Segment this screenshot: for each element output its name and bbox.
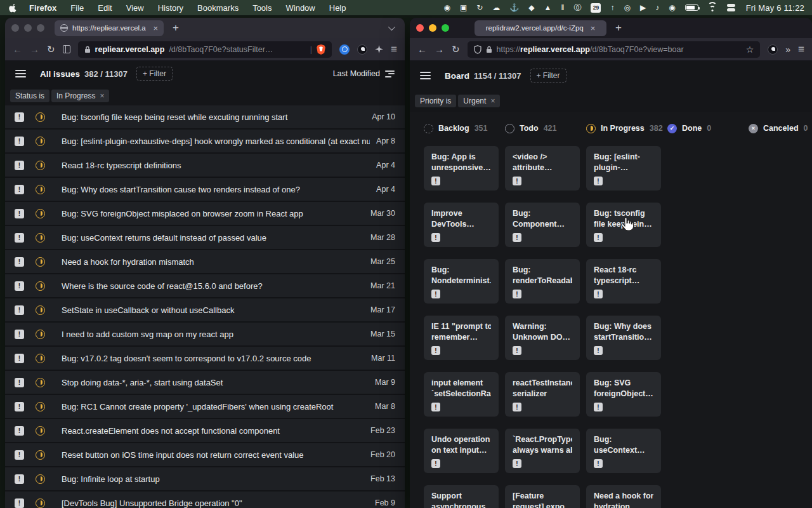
issue-row[interactable]: ! SetState in useCallback or without use…	[5, 298, 405, 323]
filter-value-chip[interactable]: Urgent ×	[458, 95, 500, 107]
minimize-window-button[interactable]	[429, 24, 436, 32]
sidebar-toggle-icon[interactable]	[15, 70, 26, 78]
issue-card[interactable]: ImproveDevTools… !	[424, 203, 499, 247]
issue-card[interactable]: Need a hook forhydration… !	[586, 485, 661, 508]
issue-card[interactable]: [Featurerequest] expo… !	[505, 485, 580, 508]
issue-card[interactable]: input element`setSelectionRa !	[424, 372, 499, 417]
sidebar-toggle-icon[interactable]	[420, 72, 431, 80]
wifi-icon[interactable]	[708, 4, 717, 11]
issue-row[interactable]: ! Bug: v17.0.2 tag doesn't seem to corre…	[5, 347, 405, 371]
issue-card[interactable]: Bug: [eslint-plugin-… !	[586, 146, 661, 190]
menu-file[interactable]: File	[63, 3, 91, 13]
tracking-shield-icon[interactable]	[474, 45, 481, 54]
issue-card[interactable]: reactTestInstancserializer !	[505, 372, 580, 417]
menu-clock[interactable]: Fri May 6 11:22	[746, 3, 804, 13]
battery-icon[interactable]	[685, 4, 698, 11]
issue-row[interactable]: ! React 18-rc typescript definitions Apr…	[5, 154, 405, 178]
issue-row[interactable]: ! Stop doing data-*, aria-*, start using…	[5, 371, 405, 395]
issue-card[interactable]: IE 11 "prompt toremember… !	[424, 316, 499, 360]
issue-card[interactable]: Bug:useContext… !	[586, 429, 661, 473]
browser-tab[interactable]: https://repliear.vercel.app/d/8b ×	[55, 20, 164, 36]
zoom-window-button[interactable]	[37, 24, 44, 32]
add-filter-button[interactable]: + Filter	[530, 69, 566, 83]
issue-row[interactable]: ! Bug: useContext returns default instea…	[5, 226, 405, 250]
issue-card[interactable]: Bug: SVGforeignObject… !	[586, 372, 661, 417]
close-window-button[interactable]	[416, 24, 424, 32]
new-tab-button[interactable]: +	[169, 22, 183, 34]
issue-card[interactable]: Bug:renderToReadab !	[505, 259, 580, 304]
issue-row[interactable]: ! React.createElement does not accept fu…	[5, 419, 405, 443]
volume-icon[interactable]: ♪	[655, 4, 659, 11]
forward-button[interactable]: →	[30, 44, 39, 54]
address-bar[interactable]: https://repliear.vercel.app/d/8bTaoq7F0e…	[468, 41, 761, 58]
one-password-icon[interactable]: ⓪	[573, 4, 581, 11]
app-menu-button[interactable]: ≡	[391, 43, 397, 56]
menu-tools[interactable]: Tools	[246, 3, 278, 13]
filter-field-chip[interactable]: Priority is	[415, 95, 456, 107]
issue-row[interactable]: ! I need to add custom svg map on my rea…	[5, 323, 405, 347]
docker-icon[interactable]: ⚓	[509, 4, 519, 11]
app-menu-button[interactable]: ≡	[798, 43, 804, 56]
minimize-window-button[interactable]	[24, 24, 32, 32]
issue-row[interactable]: ! Bug: [eslint-plugin-exhaustive-deps] h…	[5, 130, 405, 154]
issue-card[interactable]: Bug:Component… !	[505, 203, 580, 247]
dropbox-icon[interactable]: ◆	[528, 4, 534, 11]
issue-row[interactable]: ! Reset button on iOS time input does no…	[5, 443, 405, 467]
apple-menu-icon[interactable]	[0, 3, 22, 13]
calendar-icon[interactable]: 29	[591, 3, 601, 13]
reload-button[interactable]: ↻	[452, 44, 460, 54]
bookmark-star-icon[interactable]: ☆	[746, 44, 754, 55]
issue-card[interactable]: Bug: Why doesstartTransitio… !	[586, 316, 661, 360]
issue-row[interactable]: ! [DevTools Bug] Unsupported Bridge oper…	[5, 491, 405, 508]
issue-row[interactable]: ! Bug: Why does startTransition cause tw…	[5, 178, 405, 202]
remove-filter-icon[interactable]: ×	[100, 91, 104, 100]
menu-help[interactable]: Help	[322, 3, 353, 13]
sync-icon[interactable]: ↻	[476, 4, 483, 11]
issue-row[interactable]: ! Bug: tsconfig file keep being reset wh…	[5, 105, 405, 130]
extension-blue-icon[interactable]	[339, 44, 350, 55]
play-icon[interactable]: ▶	[640, 4, 646, 11]
browser-tab[interactable]: replidraw2.vercel.app/d/c-iZpq ×	[475, 20, 606, 36]
menu-edit[interactable]: Edit	[91, 3, 119, 13]
filter-field-chip[interactable]: Status is	[10, 90, 49, 102]
issue-card[interactable]: `React.PropTypealways warns ab !	[505, 429, 580, 473]
record-icon[interactable]: ◉	[443, 4, 450, 11]
reload-button[interactable]: ↻	[47, 44, 55, 54]
issue-row[interactable]: ! Need a hook for hydration mismatch Mar…	[5, 250, 405, 274]
control-center-icon[interactable]	[727, 4, 735, 11]
screen-capture-icon[interactable]: ▣	[460, 4, 467, 11]
issue-card[interactable]: Supportasynchronous… !	[424, 485, 499, 508]
zoom-window-button[interactable]	[442, 24, 449, 32]
menu-window[interactable]: Window	[279, 3, 322, 13]
issue-card[interactable]: Warning:Unknown DO… !	[505, 316, 580, 360]
issue-card[interactable]: <video />attribute… !	[505, 146, 580, 190]
sort-icon[interactable]	[385, 70, 395, 77]
back-button[interactable]: ←	[13, 44, 22, 54]
back-button[interactable]: ←	[417, 44, 427, 54]
issue-card[interactable]: Bug:Nondeterminist… !	[424, 259, 499, 304]
window-manager-icon[interactable]: ‖	[561, 4, 564, 11]
close-tab-icon[interactable]: ×	[591, 23, 596, 33]
shortcuts-icon[interactable]: ▲	[544, 4, 552, 11]
close-window-button[interactable]	[11, 24, 19, 32]
extension-privacy-icon[interactable]	[768, 44, 778, 55]
power-icon[interactable]: ◎	[624, 4, 630, 11]
forward-button[interactable]: →	[435, 44, 444, 54]
extension-privacy-icon[interactable]	[357, 44, 367, 55]
menu-view[interactable]: View	[119, 3, 151, 13]
close-tab-icon[interactable]: ×	[153, 23, 158, 33]
issue-card[interactable]: Bug: tsconfigfile keep bein… !	[586, 203, 661, 247]
issue-card[interactable]: Undo operationon text input… !	[424, 429, 499, 473]
new-tab-button[interactable]: +	[612, 22, 625, 34]
overflow-menu-icon[interactable]: »	[785, 44, 790, 55]
brave-shield-extension-icon[interactable]	[317, 44, 325, 55]
list-tabs-chevron-icon[interactable]	[388, 23, 395, 30]
issue-row[interactable]: ! Bug: SVG foreignObject misplaced on br…	[5, 202, 405, 226]
add-filter-button[interactable]: + Filter	[136, 67, 173, 81]
menu-bookmarks[interactable]: Bookmarks	[190, 3, 246, 13]
issue-row[interactable]: ! Where is the source code of react@15.6…	[5, 274, 405, 298]
remove-filter-icon[interactable]: ×	[490, 97, 495, 105]
issue-row[interactable]: ! Bug: Infinite loop at startup Feb 13	[5, 467, 405, 491]
issue-card[interactable]: React 18-rctypescript… !	[586, 259, 661, 304]
bookmarks-sidebar-icon[interactable]	[63, 45, 70, 53]
